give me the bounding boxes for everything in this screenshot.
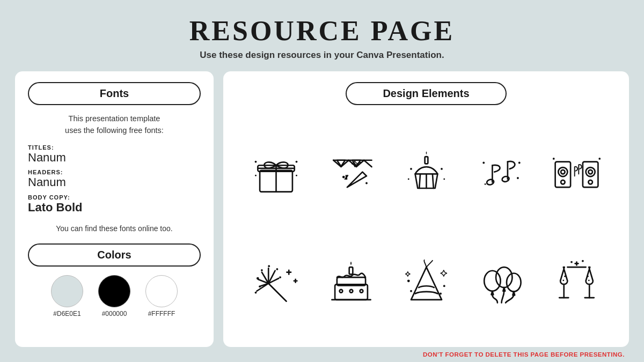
svg-point-35 bbox=[561, 180, 565, 184]
swatch-label-3: #FFFFFF bbox=[148, 310, 175, 317]
svg-point-41 bbox=[598, 158, 601, 160]
svg-point-29 bbox=[518, 162, 520, 164]
svg-point-30 bbox=[517, 177, 519, 179]
svg-point-22 bbox=[407, 179, 409, 180]
svg-line-49 bbox=[257, 283, 268, 291]
svg-point-13 bbox=[359, 162, 361, 164]
icon-cupcake bbox=[391, 144, 461, 203]
svg-point-33 bbox=[558, 167, 567, 176]
font-entry-body: BODY COPY: Lato Bold bbox=[28, 194, 201, 215]
svg-rect-61 bbox=[349, 267, 353, 274]
svg-point-11 bbox=[342, 176, 345, 179]
svg-point-23 bbox=[443, 179, 445, 180]
svg-point-71 bbox=[440, 292, 442, 294]
svg-point-20 bbox=[410, 168, 412, 170]
fonts-section-header: Fonts bbox=[28, 82, 201, 105]
svg-point-5 bbox=[295, 161, 297, 163]
font-label-headers: HEADERS: bbox=[28, 169, 201, 175]
icon-party-popper bbox=[316, 144, 386, 203]
font-name-titles: Nanum bbox=[28, 151, 201, 165]
svg-point-65 bbox=[339, 290, 342, 293]
svg-line-17 bbox=[419, 174, 420, 189]
swatch-group-2: #000000 bbox=[98, 275, 130, 317]
icons-grid bbox=[238, 118, 614, 338]
font-entry-titles: TITLES: Nanum bbox=[28, 144, 201, 165]
swatch-label-1: #D6E0E1 bbox=[53, 310, 80, 317]
font-entry-headers: HEADERS: Nanum bbox=[28, 169, 201, 189]
svg-point-7 bbox=[296, 175, 297, 176]
font-name-body: Lato Bold bbox=[28, 201, 201, 215]
icon-champagne-glasses bbox=[541, 254, 611, 313]
svg-point-87 bbox=[582, 260, 584, 262]
svg-point-25 bbox=[486, 179, 494, 186]
left-panel: Fonts This presentation templateuses the… bbox=[15, 71, 214, 347]
svg-point-12 bbox=[365, 182, 368, 184]
swatch-group-3: #FFFFFF bbox=[145, 275, 178, 317]
font-name-headers: Nanum bbox=[28, 175, 201, 189]
svg-line-15 bbox=[346, 176, 347, 180]
svg-point-27 bbox=[501, 176, 509, 183]
svg-point-55 bbox=[259, 285, 261, 287]
svg-point-37 bbox=[586, 167, 595, 176]
svg-point-69 bbox=[443, 285, 445, 287]
colors-section-header: Colors bbox=[28, 243, 201, 267]
icon-music-notes bbox=[466, 144, 536, 203]
svg-rect-16 bbox=[425, 157, 428, 164]
svg-point-67 bbox=[360, 290, 363, 293]
svg-point-74 bbox=[507, 273, 521, 291]
design-elements-label: Design Elements bbox=[383, 87, 469, 99]
font-label-titles: TITLES: bbox=[28, 144, 201, 151]
svg-point-81 bbox=[564, 276, 566, 277]
svg-point-53 bbox=[276, 268, 278, 270]
page-subtitle: Use these design resources in your Canva… bbox=[189, 50, 455, 61]
svg-point-86 bbox=[570, 261, 573, 263]
icon-birthday-cake bbox=[316, 254, 386, 313]
svg-point-6 bbox=[255, 175, 257, 176]
svg-point-66 bbox=[349, 290, 353, 293]
swatch-000000 bbox=[98, 275, 130, 307]
swatch-group-1: #D6E0E1 bbox=[51, 275, 83, 317]
svg-point-52 bbox=[268, 265, 270, 267]
svg-point-50 bbox=[256, 277, 259, 279]
svg-point-21 bbox=[441, 168, 443, 170]
icon-sparkler bbox=[241, 254, 311, 313]
icon-gift bbox=[241, 144, 311, 203]
colors-swatches: #D6E0E1 #000000 #FFFFFF bbox=[28, 275, 201, 317]
right-panel: Design Elements bbox=[223, 71, 629, 347]
svg-point-54 bbox=[279, 276, 281, 278]
icon-balloons bbox=[466, 254, 536, 313]
swatch-ffffff bbox=[145, 275, 178, 307]
svg-point-28 bbox=[482, 162, 485, 164]
colors-label: Colors bbox=[97, 249, 131, 261]
font-label-body: BODY COPY: bbox=[28, 194, 201, 201]
page-header: Resource Page Use these design resources… bbox=[189, 0, 455, 66]
fonts-label: Fonts bbox=[100, 87, 129, 99]
svg-point-72 bbox=[484, 271, 500, 291]
main-content: Fonts This presentation templateuses the… bbox=[0, 71, 644, 347]
swatch-label-2: #000000 bbox=[102, 310, 127, 317]
svg-point-39 bbox=[588, 180, 592, 184]
icon-party-hat bbox=[391, 254, 461, 313]
svg-point-31 bbox=[484, 183, 486, 185]
svg-point-73 bbox=[496, 267, 512, 287]
svg-point-70 bbox=[410, 290, 412, 292]
svg-point-38 bbox=[588, 170, 592, 174]
svg-line-42 bbox=[268, 283, 286, 301]
fonts-description: This presentation templateuses the follo… bbox=[28, 113, 201, 137]
svg-point-40 bbox=[552, 158, 554, 160]
footer-warning: DON'T FORGET TO DELETE THIS PAGE BEFORE … bbox=[0, 347, 644, 362]
svg-point-56 bbox=[254, 291, 257, 293]
colors-section: Colors #D6E0E1 #000000 #FFFFFF bbox=[28, 243, 201, 317]
svg-point-83 bbox=[587, 276, 588, 277]
svg-marker-9 bbox=[336, 160, 345, 166]
svg-point-80 bbox=[562, 279, 564, 281]
page-title: Resource Page bbox=[189, 15, 455, 47]
swatch-d6e0e1 bbox=[51, 275, 83, 307]
svg-point-82 bbox=[588, 279, 589, 281]
icon-speakers bbox=[541, 144, 611, 203]
design-elements-header: Design Elements bbox=[346, 82, 507, 105]
fonts-find-text: You can find these fonts online too. bbox=[28, 224, 201, 233]
svg-point-4 bbox=[254, 161, 257, 163]
svg-line-19 bbox=[432, 174, 433, 189]
svg-point-68 bbox=[407, 279, 409, 282]
